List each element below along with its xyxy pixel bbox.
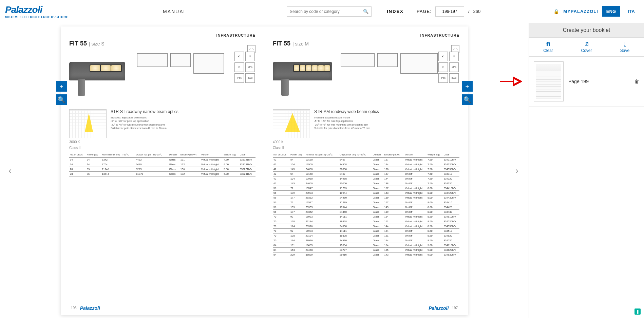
footer-logo: Palazzoli bbox=[429, 305, 449, 311]
nav-index[interactable]: INDEX bbox=[387, 9, 404, 14]
lang-ita-button[interactable]: ITA bbox=[624, 6, 639, 17]
product-title-row: FIT 55 | size S bbox=[69, 40, 255, 48]
ik-badge: IK08 bbox=[245, 73, 255, 83]
product-image bbox=[69, 52, 130, 96]
spec-badges: ◐☀ ⟳≤1% IP66IK08 bbox=[438, 52, 459, 83]
sidebar-actions: 🗑Clear 🖹Cover ⭳Save bbox=[529, 38, 644, 57]
header-right: 🔒 MYPALAZZOLI ENG ITA bbox=[553, 6, 639, 17]
page-spread: ＋ 🔍 INFRASTRUCTURE ⟋⟍ FIT 55 | size S bbox=[61, 26, 468, 315]
ip-badge: IP66 bbox=[438, 73, 448, 83]
optics-section: 3000 K Class II STR-ST roadway narrow be… bbox=[69, 109, 255, 150]
remove-item-button[interactable]: 🗑 bbox=[634, 79, 639, 84]
page-label: PAGE: bbox=[417, 9, 432, 14]
next-page-button[interactable]: › bbox=[509, 158, 525, 183]
page-right: ＋ 🔍 INFRASTRUCTURE ⟋⟍ FIT 55 | size M bbox=[264, 26, 468, 315]
page-number: 196 bbox=[71, 306, 77, 310]
cover-icon: 🖹 bbox=[567, 41, 606, 47]
logo[interactable]: Palazzoli SISTEMI ELETTRICI E LUCE D'AUT… bbox=[5, 4, 68, 19]
badge-icon: ≤1% bbox=[449, 62, 459, 72]
badge-icon: ≤1% bbox=[245, 62, 255, 72]
badge-icon: ◐ bbox=[438, 52, 448, 61]
page-thumbnail bbox=[534, 61, 564, 101]
color-temp: 3000 K bbox=[69, 140, 107, 144]
add-page-button[interactable]: ＋ bbox=[462, 81, 473, 92]
booklet-item[interactable]: Page 199 🗑 bbox=[529, 57, 644, 107]
help-button[interactable]: ❚ bbox=[634, 308, 641, 315]
ik-badge: IK08 bbox=[449, 73, 459, 83]
beam-diagram bbox=[69, 109, 107, 138]
trash-icon: 🗑 bbox=[529, 41, 567, 47]
logo-main: Palazzoli bbox=[5, 4, 68, 15]
page-category: INFRASTRUCTURE bbox=[69, 33, 255, 37]
optics-desc: Included: adjustable pole mount-5° to +2… bbox=[314, 116, 459, 130]
booklet-sidebar: Create your booklet 🗑Clear 🖹Cover ⭳Save … bbox=[529, 23, 644, 318]
beam-diagram bbox=[273, 109, 310, 138]
badge-icon: ☀ bbox=[245, 52, 255, 61]
product-row: ◐☀ ⟳≤1% IP66IK08 bbox=[273, 52, 459, 102]
product-size: | size M bbox=[292, 41, 309, 46]
zoom-page-button[interactable]: 🔍 bbox=[56, 94, 67, 105]
class-label: Class II bbox=[273, 146, 310, 150]
download-icon: ⭳ bbox=[606, 41, 644, 47]
main-viewer: ‹ › ＋ 🔍 INFRASTRUCTURE ⟋⟍ FIT 55 | size … bbox=[0, 23, 529, 318]
optics-title: STR-ST roadway narrow beam optics bbox=[111, 109, 255, 114]
optics-title: STR-AM roadway wide beam optics bbox=[314, 109, 459, 114]
cover-button[interactable]: 🖹Cover bbox=[567, 38, 606, 56]
search-input[interactable] bbox=[290, 9, 363, 14]
lang-eng-button[interactable]: ENG bbox=[602, 6, 620, 17]
header: Palazzoli SISTEMI ELETTRICI E LUCE D'AUT… bbox=[0, 0, 644, 23]
spec-badges: ◐☀ ⟳≤1% IP66IK08 bbox=[234, 52, 255, 83]
color-temp: 4000 K bbox=[273, 140, 310, 144]
data-table-left: No. of LEDsPower (W)Nominal flux (lm) Tj… bbox=[69, 152, 255, 176]
product-row: ◐☀ ⟳≤1% IP66IK08 bbox=[69, 52, 255, 102]
save-button[interactable]: ⭳Save bbox=[606, 38, 644, 56]
product-name: FIT 55 bbox=[69, 40, 87, 47]
add-page-button[interactable]: ＋ bbox=[56, 81, 67, 92]
zoom-page-button[interactable]: 🔍 bbox=[462, 94, 473, 105]
page-input[interactable] bbox=[435, 6, 464, 17]
lock-icon: 🔒 bbox=[553, 9, 559, 14]
product-name: FIT 55 bbox=[273, 40, 290, 47]
logo-sub: SISTEMI ELETTRICI E LUCE D'AUTORE bbox=[5, 15, 68, 19]
page-footer-left: 196 Palazzoli bbox=[71, 305, 100, 311]
booklet-item-label: Page 199 bbox=[568, 79, 630, 84]
optics-section: 4000 K Class II STR-AM roadway wide beam… bbox=[273, 109, 459, 150]
search-box[interactable]: 🔍 bbox=[287, 6, 372, 17]
mypalazzoli-link[interactable]: MYPALAZZOLI bbox=[563, 9, 598, 14]
annotation-arrow-icon bbox=[498, 75, 522, 88]
page-category: INFRASTRUCTURE bbox=[273, 33, 459, 37]
data-table-right: No. of LEDsPower (W)Nominal flux (lm) Tj… bbox=[273, 152, 459, 257]
sidebar-title: Create your booklet bbox=[529, 23, 644, 38]
optics-desc: Included: adjustable pole mount-5° to +2… bbox=[111, 116, 255, 130]
search-icon[interactable]: 🔍 bbox=[363, 9, 368, 14]
badge-icon: ⟳ bbox=[234, 62, 244, 72]
page-total: / 260 bbox=[468, 9, 480, 14]
badge-icon: ⟳ bbox=[438, 62, 448, 72]
nav-manual[interactable]: MANUAL bbox=[163, 9, 187, 14]
product-image bbox=[273, 52, 334, 96]
page-footer-right: Palazzoli 197 bbox=[429, 305, 458, 311]
badge-icon: ◐ bbox=[234, 52, 244, 61]
product-title-row: FIT 55 | size M bbox=[273, 40, 459, 48]
page-left: ＋ 🔍 INFRASTRUCTURE ⟋⟍ FIT 55 | size S bbox=[61, 26, 264, 315]
ip-badge: IP66 bbox=[234, 73, 244, 83]
badge-icon: ☀ bbox=[449, 52, 459, 61]
product-size: | size S bbox=[89, 41, 105, 46]
prev-page-button[interactable]: ‹ bbox=[2, 158, 18, 183]
page-number: 197 bbox=[452, 306, 458, 310]
class-label: Class II bbox=[69, 146, 107, 150]
clear-button[interactable]: 🗑Clear bbox=[529, 38, 567, 56]
footer-logo: Palazzoli bbox=[80, 305, 100, 311]
